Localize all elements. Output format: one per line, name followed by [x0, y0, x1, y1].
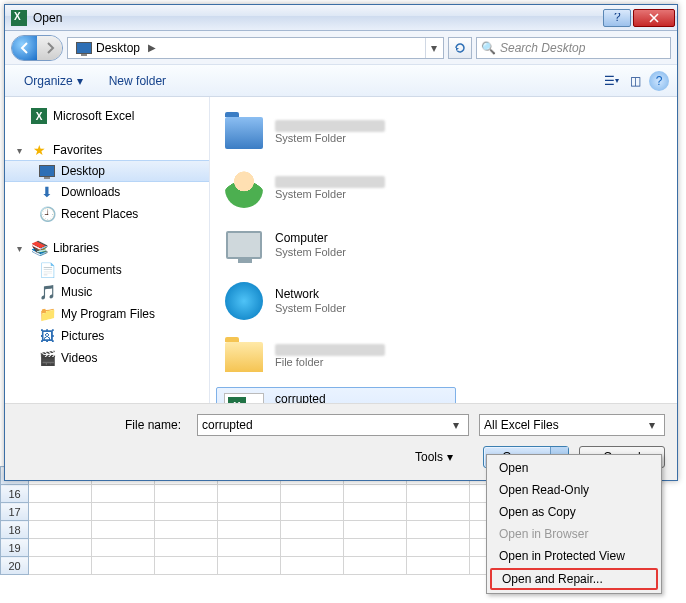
navpane-microsoft-excel[interactable]: X Microsoft Excel [5, 105, 209, 127]
cell[interactable] [155, 557, 218, 575]
view-options-button[interactable]: ☰▾ [601, 71, 621, 91]
file-list[interactable]: System FolderSystem FolderSystem FolderC… [210, 97, 677, 403]
cell[interactable] [281, 557, 344, 575]
file-tile[interactable]: ComputerSystem Folder [216, 219, 456, 271]
libraries-icon: 📚 [31, 240, 47, 256]
collapse-icon[interactable]: ▾ [13, 145, 25, 156]
file-type: System Folder [275, 302, 346, 316]
menu-item[interactable]: Open and Repair... [490, 568, 658, 590]
cell[interactable] [92, 521, 155, 539]
navpane-item-downloads[interactable]: ⬇ Downloads [5, 181, 209, 203]
navpane-item-pictures[interactable]: 🖼Pictures [5, 325, 209, 347]
open-dropdown-menu: OpenOpen Read-OnlyOpen as CopyOpen in Br… [486, 454, 662, 594]
cell[interactable] [344, 539, 407, 557]
cell[interactable] [29, 503, 92, 521]
close-button[interactable] [633, 9, 675, 27]
crumb-label: Desktop [96, 41, 140, 55]
redacted-name [275, 344, 385, 356]
cell[interactable] [281, 503, 344, 521]
cell[interactable] [344, 521, 407, 539]
cell[interactable] [407, 485, 470, 503]
cell[interactable] [281, 539, 344, 557]
pictures-icon: 🖼 [39, 328, 55, 344]
cell[interactable] [344, 557, 407, 575]
cell[interactable] [281, 521, 344, 539]
cell[interactable] [92, 557, 155, 575]
cell[interactable] [92, 485, 155, 503]
search-input[interactable]: 🔍 Search Desktop [476, 37, 671, 59]
navpane-item-desktop[interactable]: Desktop [5, 160, 209, 182]
navpane-item-documents[interactable]: 📄Documents [5, 259, 209, 281]
file-tile[interactable]: File folder [216, 331, 456, 383]
xls-icon [223, 392, 265, 403]
chevron-down-icon: ▾ [447, 450, 453, 464]
file-tile[interactable]: corruptedMicrosoft Excel Worksheet8.54 K… [216, 387, 456, 403]
cell[interactable] [155, 485, 218, 503]
cell[interactable] [407, 503, 470, 521]
cell[interactable] [407, 521, 470, 539]
chevron-down-icon[interactable]: ▾ [448, 418, 464, 432]
cell[interactable] [29, 539, 92, 557]
tools-dropdown[interactable]: Tools▾ [409, 448, 459, 466]
cell[interactable] [155, 539, 218, 557]
menu-item[interactable]: Open Read-Only [489, 479, 659, 501]
menu-item[interactable]: Open [489, 457, 659, 479]
videos-icon: 🎬 [39, 350, 55, 366]
cell[interactable] [218, 503, 281, 521]
history-dropdown-icon[interactable]: ▾ [425, 38, 441, 58]
cell[interactable] [218, 557, 281, 575]
cell[interactable] [29, 521, 92, 539]
cell[interactable] [29, 557, 92, 575]
row-header[interactable]: 18 [1, 521, 29, 539]
organize-button[interactable]: Organize▾ [13, 69, 94, 93]
menu-item[interactable]: Open in Protected View [489, 545, 659, 567]
collapse-icon[interactable]: ▾ [13, 243, 25, 254]
filename-input[interactable]: corrupted ▾ [197, 414, 469, 436]
cell[interactable] [92, 539, 155, 557]
navpane-item-recent[interactable]: 🕘 Recent Places [5, 203, 209, 225]
address-bar[interactable]: Desktop ▶ ▾ [67, 37, 444, 59]
navpane-item-programfiles[interactable]: 📁My Program Files [5, 303, 209, 325]
cell[interactable] [281, 485, 344, 503]
forward-button[interactable] [37, 36, 62, 60]
cell[interactable] [218, 485, 281, 503]
navigation-pane: X Microsoft Excel ▾ ★ Favorites Desktop … [5, 97, 210, 403]
cell[interactable] [155, 503, 218, 521]
row-header[interactable]: 20 [1, 557, 29, 575]
chevron-down-icon[interactable]: ▾ [644, 418, 660, 432]
help-button[interactable]: ? [603, 9, 631, 27]
breadcrumb[interactable]: Desktop ▶ [70, 38, 166, 58]
search-icon: 🔍 [481, 41, 496, 55]
cell[interactable] [407, 557, 470, 575]
navpane-favorites[interactable]: ▾ ★ Favorites [5, 139, 209, 161]
row-header[interactable]: 16 [1, 485, 29, 503]
navpane-item-music[interactable]: 🎵Music [5, 281, 209, 303]
cell[interactable] [92, 503, 155, 521]
row-header[interactable]: 19 [1, 539, 29, 557]
filetype-filter[interactable]: All Excel Files ▾ [479, 414, 665, 436]
cell[interactable] [407, 539, 470, 557]
file-type: File folder [275, 356, 385, 370]
cell[interactable] [344, 503, 407, 521]
file-tile[interactable]: System Folder [216, 107, 456, 159]
navpane-libraries[interactable]: ▾ 📚 Libraries [5, 237, 209, 259]
navpane-item-videos[interactable]: 🎬Videos [5, 347, 209, 369]
cell[interactable] [218, 521, 281, 539]
menu-item[interactable]: Open as Copy [489, 501, 659, 523]
file-tile[interactable]: System Folder [216, 163, 456, 215]
new-folder-button[interactable]: New folder [98, 69, 177, 93]
chevron-right-icon[interactable]: ▶ [144, 42, 160, 53]
cell[interactable] [344, 485, 407, 503]
preview-pane-button[interactable]: ◫ [625, 71, 645, 91]
cell[interactable] [29, 485, 92, 503]
help-icon[interactable]: ? [649, 71, 669, 91]
file-tile[interactable]: NetworkSystem Folder [216, 275, 456, 327]
row-header[interactable]: 17 [1, 503, 29, 521]
refresh-button[interactable] [448, 37, 472, 59]
file-type: System Folder [275, 246, 346, 260]
excel-icon: X [31, 108, 47, 124]
folder-icon: 📁 [39, 306, 55, 322]
cell[interactable] [218, 539, 281, 557]
cell[interactable] [155, 521, 218, 539]
back-button[interactable] [12, 36, 37, 60]
